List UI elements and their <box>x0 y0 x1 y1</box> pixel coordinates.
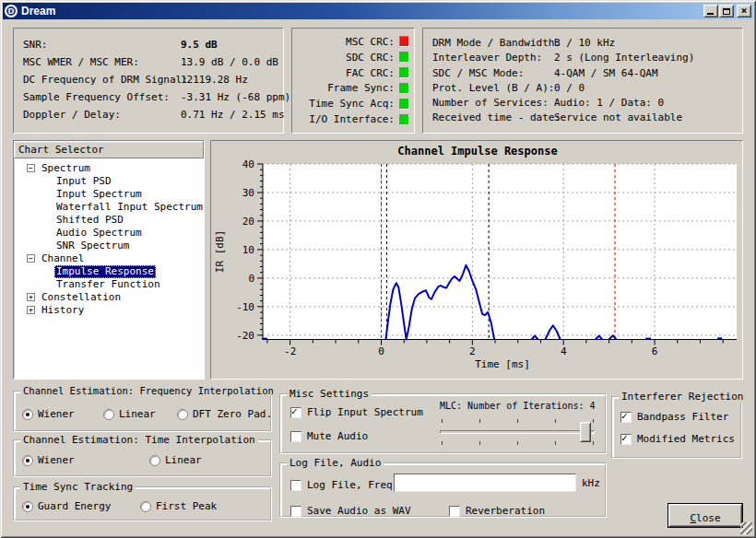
svg-text:-10: -10 <box>236 301 254 313</box>
checkbox-reverberation[interactable]: Reverberation <box>449 505 545 517</box>
expand-icon[interactable]: + <box>27 306 35 314</box>
khz-unit-label: kHz <box>582 477 600 489</box>
mlc-iterations-slider <box>440 415 598 450</box>
radio-option-wiener[interactable]: Wiener <box>22 408 75 420</box>
slider-thumb[interactable] <box>580 422 591 442</box>
groupbox-title: Time Sync Tracking <box>20 481 136 493</box>
checkbox-bandpass-filter[interactable]: ✓Bandpass Filter <box>620 411 728 423</box>
tree-item-history[interactable]: +History <box>14 304 204 317</box>
tree-item-label: SNR Spectrum <box>54 240 131 252</box>
groupbox-time-sync-tracking: Time Sync Tracking Guard EnergyFirst Pea… <box>13 486 272 521</box>
tree-item-constellation[interactable]: +Constellation <box>14 291 204 304</box>
tree-item-label: Constellation <box>40 291 123 304</box>
status-row: MSC CRC: <box>292 36 414 48</box>
slider-tick <box>479 441 480 445</box>
expand-icon[interactable]: + <box>27 293 35 301</box>
close-window-button[interactable]: × <box>737 5 751 18</box>
window-title: Dream <box>21 5 55 18</box>
slider-tick <box>442 419 443 423</box>
checkbox-box[interactable] <box>290 480 301 491</box>
checkbox-flip-input-spectrum[interactable]: ✓Flip Input Spectrum <box>290 406 423 418</box>
radio-linear[interactable] <box>103 409 114 420</box>
tree-item-label: Spectrum <box>40 162 92 175</box>
fac-crc-led <box>399 67 409 78</box>
radio-option-guard-energy[interactable]: Guard Energy <box>22 500 111 512</box>
radio-wiener[interactable] <box>22 455 33 466</box>
title-bar[interactable]: D Dream × <box>3 3 753 19</box>
collapse-icon[interactable]: − <box>27 254 35 263</box>
field-label-doppler-delay: Doppler / Delay: <box>23 109 121 121</box>
checkbox-box[interactable] <box>449 506 460 517</box>
tree-item-transfer-function[interactable]: Transfer Function <box>14 278 204 291</box>
log-frequency-input[interactable] <box>394 474 576 492</box>
status-row: Frame Sync: <box>292 82 414 94</box>
slider-ticks-bottom <box>440 441 595 445</box>
tree-item-input-spectrum[interactable]: Input Spectrum <box>14 188 204 201</box>
status-label-i-o-interface: I/O Interface: <box>309 113 395 125</box>
radio-option-dft-zero-pad[interactable]: DFT Zero Pad. <box>177 408 272 420</box>
signal-row: SNR:9.5 dB <box>14 39 283 56</box>
slider-tick <box>593 419 594 423</box>
radio-dft-zero-pad[interactable] <box>177 409 188 420</box>
mode-row: SDC / MSC Mode:4-QAM / SM 64-QAM <box>423 67 742 82</box>
resize-grip[interactable] <box>740 522 752 534</box>
radio-first-peak[interactable] <box>140 501 151 512</box>
tree-item-audio-spectrum[interactable]: Audio Spectrum <box>14 227 204 240</box>
chart-selector-panel: Chart Selector −SpectrumInput PSDInput S… <box>13 140 205 380</box>
radio-linear[interactable] <box>149 455 160 466</box>
checkbox-mute-audio[interactable]: Mute Audio <box>290 430 368 442</box>
minimize-button[interactable] <box>703 5 718 18</box>
collapse-icon[interactable]: − <box>27 164 35 172</box>
slider-groove[interactable] <box>440 430 595 434</box>
field-value-sample-frequency-offset: -3.31 Hz (-68 ppm) <box>181 91 290 103</box>
checkbox-box[interactable]: ✓ <box>290 407 301 418</box>
close-icon: × <box>741 6 748 16</box>
maximize-button[interactable] <box>719 5 734 18</box>
radio-option-wiener[interactable]: Wiener <box>22 454 75 466</box>
checkbox-box[interactable] <box>290 506 301 517</box>
chart-canvas: -20-10010203040-20246Channel Impulse Res… <box>211 141 742 379</box>
svg-text:0: 0 <box>248 273 254 285</box>
field-label-snr: SNR: <box>23 39 48 51</box>
mode-row: DRM Mode / Bandwidth:B / 10 kHz <box>423 37 742 52</box>
checkbox-label: Reverberation <box>466 505 545 517</box>
svg-text:30: 30 <box>242 187 254 199</box>
slider-tick <box>555 441 556 445</box>
field-label-msc-wmer-msc-mer: MSC WMER / MSC MER: <box>23 56 139 68</box>
tree-item-label: Transfer Function <box>54 278 162 291</box>
slider-tick <box>593 441 594 445</box>
checkbox-box[interactable]: ✓ <box>620 412 632 423</box>
checkbox-box[interactable] <box>290 431 301 442</box>
checkbox-save-audio-as-wav[interactable]: Save Audio as WAV <box>290 505 411 517</box>
tree-item-spectrum[interactable]: −Spectrum <box>14 162 204 175</box>
tree-item-label: Input PSD <box>54 175 113 188</box>
groupbox-title: Channel Estimation: Frequency Interpolat… <box>20 385 277 396</box>
sdc-crc-led <box>399 52 409 63</box>
field-label-dc-frequency-of-drm-signal: DC Frequency of DRM Signal: <box>23 74 188 86</box>
tree-item-impulse-response[interactable]: Impulse Response <box>14 265 204 278</box>
field-value-number-of-services: Audio: 1 / Data: 0 <box>554 97 664 109</box>
tree-item-input-psd[interactable]: Input PSD <box>14 175 204 188</box>
checkbox-modified-metrics[interactable]: ✓Modified Metrics <box>620 433 735 445</box>
tree-item-shifted-psd[interactable]: Shifted PSD <box>14 214 204 227</box>
msc-crc-led <box>399 36 409 47</box>
radio-guard-energy[interactable] <box>22 501 33 512</box>
radio-option-linear[interactable]: Linear <box>103 408 156 420</box>
checkbox-log-file-freq[interactable]: Log File, Freq: <box>290 479 398 491</box>
radio-option-linear[interactable]: Linear <box>149 454 202 466</box>
groupbox-title: Interferer Rejection <box>619 391 746 403</box>
signal-row: Doppler / Delay:0.71 Hz / 2.15 ms <box>14 109 283 126</box>
radio-option-first-peak[interactable]: First Peak <box>140 500 217 512</box>
chart-selector-header[interactable]: Chart Selector <box>14 141 204 158</box>
chart-title: Channel Impulse Response <box>397 145 557 158</box>
tree-item-waterfall-input-spectrum[interactable]: Waterfall Input Spectrum <box>14 201 204 214</box>
tree-item-snr-spectrum[interactable]: SNR Spectrum <box>14 240 204 252</box>
checkbox-box[interactable]: ✓ <box>620 434 632 445</box>
checkbox-label: Modified Metrics <box>637 433 735 445</box>
app-icon: D <box>5 5 18 18</box>
close-button[interactable]: Close <box>668 504 742 527</box>
status-row: FAC CRC: <box>292 67 414 79</box>
tree-item-channel[interactable]: −Channel <box>14 252 204 265</box>
groupbox-title: Misc Settings <box>287 388 372 400</box>
radio-wiener[interactable] <box>22 409 33 420</box>
